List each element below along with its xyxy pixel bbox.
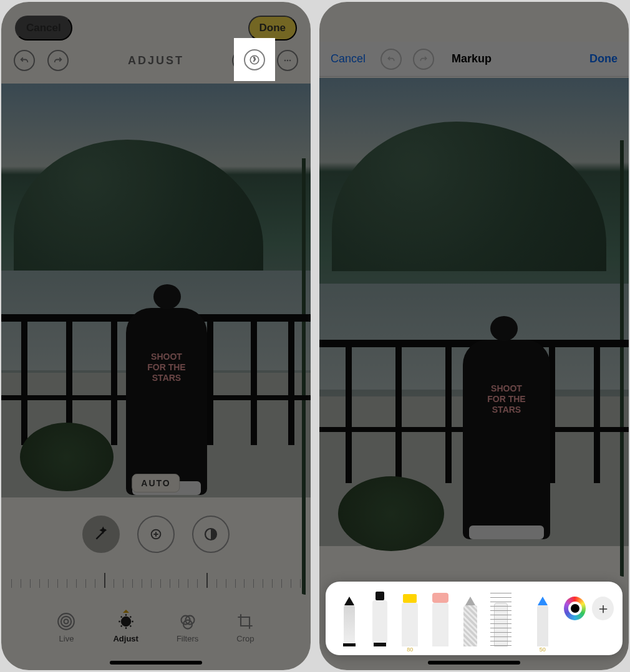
svg-point-2 — [289, 60, 291, 62]
ruler-tool[interactable] — [488, 592, 514, 654]
phone-right: Cancel Markup Done SHOOT FOR THE — [319, 2, 629, 670]
contrast-tool[interactable] — [192, 516, 230, 553]
eraser-tool[interactable] — [428, 592, 453, 654]
markup-done-button[interactable]: Done — [589, 52, 618, 65]
person-silhouette-2: SHOOT FOR THE STARS — [463, 340, 550, 539]
tab-live-label: Live — [59, 634, 74, 643]
adjust-title: ADJUST — [128, 54, 184, 67]
tab-adjust[interactable]: Adjust — [113, 613, 138, 643]
phone-left: Cancel Done ADJUST — [1, 2, 311, 670]
markup-cancel-button[interactable]: Cancel — [331, 52, 366, 65]
tab-adjust-label: Adjust — [113, 634, 138, 643]
pencil-thin-tool[interactable]: 50 — [530, 592, 556, 654]
tab-filters-label: Filters — [177, 634, 198, 643]
adjust-tools-row — [1, 510, 311, 559]
markup-photo[interactable]: SHOOT FOR THE STARS — [319, 78, 629, 546]
magic-wand-tool[interactable] — [82, 516, 120, 553]
pen-tool[interactable] — [337, 592, 362, 654]
add-shape-button[interactable]: ＋ — [592, 597, 614, 620]
tab-live[interactable]: Live — [57, 613, 75, 643]
markup-title: Markup — [452, 52, 492, 65]
slider-ticks[interactable] — [11, 568, 301, 588]
tab-crop[interactable]: Crop — [236, 613, 254, 643]
svg-point-9 — [122, 617, 130, 626]
markup-toolbar: 80 50 ＋ — [326, 582, 623, 655]
tab-crop-label: Crop — [236, 634, 254, 643]
exposure-tool[interactable] — [137, 516, 175, 553]
redo-button[interactable] — [47, 50, 69, 71]
home-indicator-right[interactable] — [428, 661, 520, 665]
marker-tool[interactable] — [367, 592, 393, 654]
home-indicator[interactable] — [110, 661, 202, 665]
svg-point-0 — [284, 60, 286, 62]
photo-preview: SHOOT FOR THE STARS AUTO — [1, 84, 311, 497]
done-button[interactable]: Done — [248, 16, 298, 41]
cancel-button[interactable]: Cancel — [15, 16, 72, 41]
markup-highlight — [234, 38, 275, 81]
auto-chip[interactable]: AUTO — [132, 474, 180, 492]
markup-redo-button[interactable] — [413, 49, 434, 70]
color-picker[interactable] — [564, 597, 586, 620]
lasso-tool[interactable] — [458, 592, 483, 654]
svg-point-6 — [64, 619, 69, 623]
editor-tabs: Live Adjust Filters Crop — [1, 607, 311, 649]
tab-filters[interactable]: Filters — [177, 613, 198, 643]
markup-topbar: Cancel Markup Done — [319, 42, 629, 77]
person-silhouette: SHOOT FOR THE STARS — [126, 308, 207, 495]
highlighter-tool[interactable]: 80 — [397, 592, 423, 654]
current-color-swatch — [568, 602, 582, 615]
undo-button[interactable] — [14, 50, 35, 71]
markup-icon — [244, 49, 265, 70]
more-button[interactable] — [277, 50, 298, 71]
markup-undo-button[interactable] — [380, 49, 402, 70]
svg-point-1 — [287, 60, 289, 62]
svg-point-7 — [61, 616, 71, 626]
